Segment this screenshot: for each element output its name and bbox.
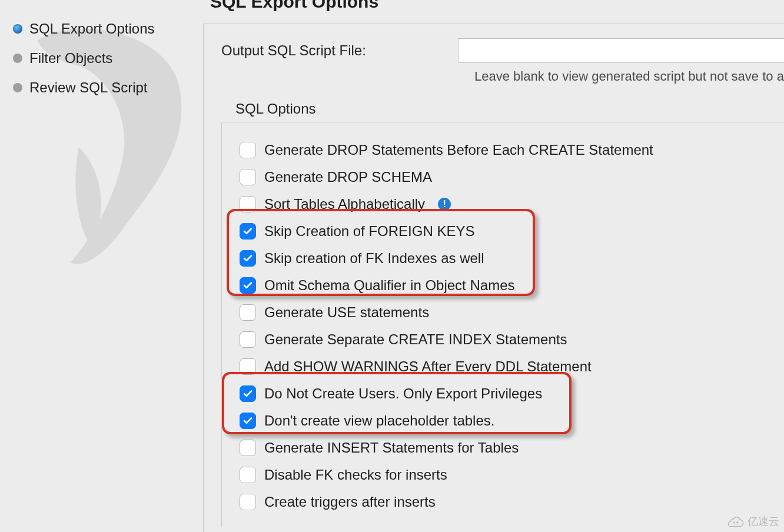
- option-label[interactable]: Create triggers after inserts: [264, 494, 436, 510]
- wizard-sidebar: SQL Export Options Filter Objects Review…: [0, 0, 203, 532]
- step-dot-icon: [13, 54, 22, 63]
- step-dot-icon: [13, 24, 22, 34]
- option-label[interactable]: Generate Separate CREATE INDEX Statement…: [264, 331, 567, 348]
- checkbox[interactable]: [240, 385, 256, 402]
- option-label[interactable]: Do Not Create Users. Only Export Privile…: [264, 385, 542, 402]
- option-row: Disable FK checks for inserts: [240, 461, 784, 488]
- option-label[interactable]: Generate DROP Statements Before Each CRE…: [264, 142, 653, 158]
- option-row: Do Not Create Users. Only Export Privile…: [240, 380, 784, 407]
- content-panel: Output SQL Script File: Leave blank to v…: [203, 24, 784, 532]
- option-row: Add SHOW WARNINGS After Every DDL Statem…: [240, 353, 784, 380]
- checkbox[interactable]: [240, 196, 256, 212]
- option-label[interactable]: Generate USE statements: [264, 304, 429, 321]
- option-label[interactable]: Skip Creation of FOREIGN KEYS: [264, 223, 474, 240]
- option-row: Generate DROP SCHEMA: [240, 164, 784, 191]
- option-row: Sort Tables Alphabetically!: [240, 191, 784, 218]
- checkbox[interactable]: [240, 440, 256, 456]
- option-row: Generate Separate CREATE INDEX Statement…: [240, 326, 784, 353]
- option-label[interactable]: Sort Tables Alphabetically: [264, 196, 425, 212]
- wizard-step-label: Filter Objects: [29, 50, 112, 66]
- checkbox[interactable]: [240, 250, 256, 267]
- option-label[interactable]: Skip creation of FK Indexes as well: [264, 250, 484, 267]
- output-file-input[interactable]: [458, 38, 784, 63]
- option-label[interactable]: Generate INSERT Statements for Tables: [264, 440, 519, 456]
- info-icon[interactable]: !: [438, 198, 451, 211]
- option-row: Omit Schema Qualifier in Object Names: [240, 272, 784, 299]
- sql-options-panel: Generate DROP Statements Before Each CRE…: [221, 122, 784, 527]
- option-label[interactable]: Disable FK checks for inserts: [264, 467, 447, 483]
- main-content: SQL Export Options Output SQL Script Fil…: [203, 0, 784, 532]
- wizard-step-filter-objects[interactable]: Filter Objects: [13, 44, 194, 73]
- option-label[interactable]: Omit Schema Qualifier in Object Names: [264, 277, 514, 294]
- wizard-step-review-sql-script[interactable]: Review SQL Script: [13, 73, 194, 102]
- wizard-step-sql-export-options[interactable]: SQL Export Options: [13, 14, 194, 44]
- option-row: Skip creation of FK Indexes as well: [240, 245, 784, 272]
- wizard-steps-list: SQL Export Options Filter Objects Review…: [13, 14, 194, 102]
- option-row: Skip Creation of FOREIGN KEYS: [240, 218, 784, 245]
- option-row: Generate DROP Statements Before Each CRE…: [240, 137, 784, 164]
- option-label[interactable]: Add SHOW WARNINGS After Every DDL Statem…: [264, 358, 592, 375]
- option-row: Don't create view placeholder tables.: [240, 407, 784, 434]
- checkbox[interactable]: [240, 413, 256, 429]
- checkbox[interactable]: [240, 223, 256, 240]
- sql-options-label: SQL Options: [235, 101, 784, 117]
- checkbox[interactable]: [240, 142, 256, 158]
- step-dot-icon: [13, 83, 22, 92]
- checkbox[interactable]: [240, 169, 256, 185]
- output-file-row: Output SQL Script File:: [221, 38, 784, 63]
- checkbox[interactable]: [240, 277, 256, 294]
- output-helper-text: Leave blank to view generated script but…: [474, 69, 784, 84]
- output-file-label: Output SQL Script File:: [221, 42, 445, 59]
- option-row: Generate INSERT Statements for Tables: [240, 434, 784, 461]
- page-title: SQL Export Options: [203, 0, 784, 16]
- checkbox[interactable]: [240, 358, 256, 375]
- wizard-step-label: SQL Export Options: [29, 21, 155, 37]
- option-label[interactable]: Don't create view placeholder tables.: [264, 413, 494, 429]
- option-label[interactable]: Generate DROP SCHEMA: [264, 169, 432, 185]
- option-row: Generate USE statements: [240, 299, 784, 326]
- checkbox[interactable]: [240, 331, 256, 348]
- checkbox[interactable]: [240, 494, 256, 510]
- checkbox[interactable]: [240, 304, 256, 321]
- option-row: Create triggers after inserts: [240, 488, 784, 516]
- checkbox[interactable]: [240, 467, 256, 483]
- wizard-step-label: Review SQL Script: [29, 79, 148, 96]
